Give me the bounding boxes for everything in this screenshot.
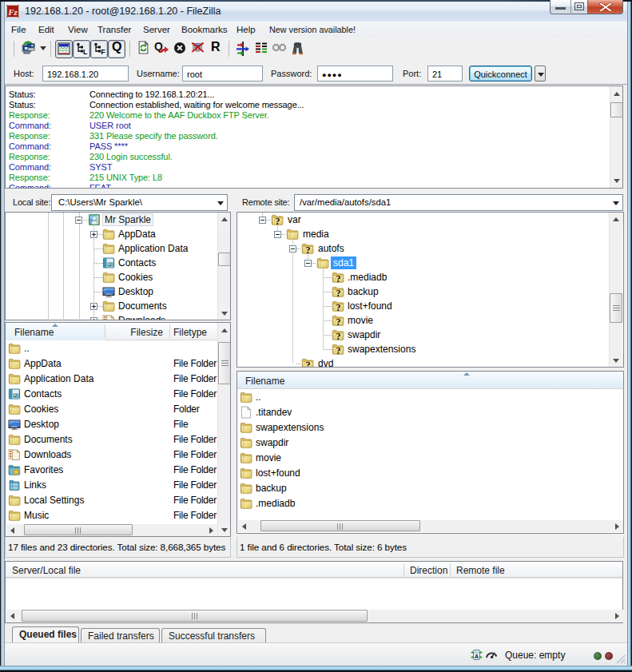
svg-text:L: L: [83, 48, 88, 56]
svg-text:Fz: Fz: [7, 7, 18, 17]
svg-text:F: F: [101, 48, 105, 56]
svg-text:A: A: [475, 654, 479, 659]
